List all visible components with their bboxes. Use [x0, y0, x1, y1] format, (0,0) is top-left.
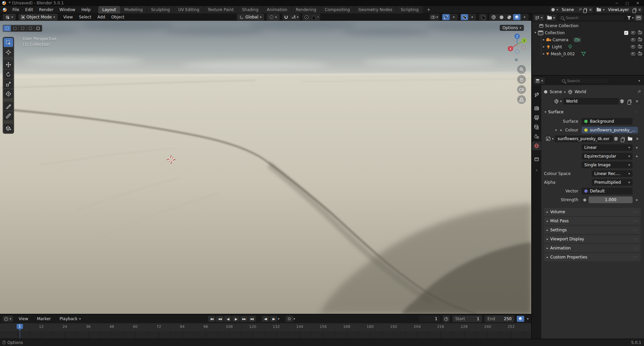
gizmo-orbit-dot[interactable]	[515, 58, 518, 61]
image-name-field[interactable]: sunflowers_puresky_4k.exr	[555, 135, 613, 142]
new-viewlayer-icon[interactable]	[634, 8, 636, 11]
close-button[interactable]: ✕	[636, 1, 639, 5]
colour-space-dropdown[interactable]: Linear Rec....▾	[592, 170, 633, 177]
tool-cursor[interactable]	[4, 48, 13, 57]
shading-settings-dropdown[interactable]: ▾	[521, 14, 528, 20]
pivot-point-dropdown[interactable]: ▾	[267, 14, 280, 20]
tab-world[interactable]	[532, 141, 541, 150]
delete-viewlayer-icon[interactable]: ×	[638, 8, 641, 12]
auto-keying-toggle[interactable]	[286, 316, 293, 322]
step-forward-button[interactable]: ▮▶	[270, 316, 277, 322]
select-mode-invert[interactable]	[27, 25, 34, 31]
panel-viewport-display[interactable]: ▸Viewport Display::::	[544, 235, 641, 243]
disable-in-render-icon[interactable]	[638, 38, 642, 41]
scene-selector[interactable]: ▾ Scene ×	[550, 7, 593, 13]
show-overlays-toggle[interactable]	[461, 14, 468, 20]
minimize-button[interactable]: ─	[616, 1, 618, 5]
viewlayer-selector[interactable]: ▾ ViewLayer ×	[595, 7, 643, 13]
viewport-menu-object[interactable]: Object	[108, 15, 127, 19]
editor-type-button[interactable]: ▾	[3, 14, 16, 20]
hide-in-viewport-icon[interactable]	[631, 52, 635, 55]
preview-range-toggle[interactable]	[443, 315, 450, 322]
browse-image-button[interactable]: ▾	[545, 135, 555, 142]
tab-scripting[interactable]: Scripting	[397, 6, 423, 13]
world-name-field[interactable]: World	[563, 98, 618, 105]
outliner-search-input[interactable]	[566, 16, 623, 20]
panel-custom-properties[interactable]: ▸Custom Properties::::	[544, 253, 641, 261]
menu-edit[interactable]: Edit	[22, 7, 36, 12]
expand-chevron-icon[interactable]: ▾	[535, 31, 536, 34]
disable-in-render-icon[interactable]	[638, 45, 642, 48]
alpha-dropdown[interactable]: Premultiplied▾	[592, 179, 633, 186]
outliner-filter-dropdown[interactable]: ▾	[627, 16, 634, 20]
duplicate-image-button[interactable]	[619, 135, 626, 142]
new-scene-icon[interactable]	[584, 8, 587, 11]
hide-in-viewport-icon[interactable]	[631, 45, 635, 48]
tab-modeling[interactable]: Modeling	[120, 6, 147, 13]
tool-select-box[interactable]	[4, 38, 13, 47]
next-keyframe-button[interactable]: ▶▶	[240, 316, 248, 322]
surface-panel-header[interactable]: ▾ Surface :::	[544, 108, 641, 116]
timeline-track-area[interactable]	[0, 331, 531, 339]
navigation-gizmo[interactable]: Z X Y	[506, 32, 529, 55]
hide-in-viewport-icon[interactable]	[631, 38, 635, 41]
pin-icon[interactable]	[578, 8, 582, 12]
jump-to-end-button[interactable]: ▶▮	[248, 316, 256, 322]
viewport-menu-add[interactable]: Add	[94, 15, 108, 19]
tool-measure[interactable]	[4, 111, 13, 120]
timeline-menu-playback[interactable]: Playback▾	[57, 316, 84, 321]
open-image-button[interactable]	[626, 135, 634, 142]
add-workspace-button[interactable]: +	[423, 6, 435, 13]
strength-slider[interactable]: 1.000	[589, 196, 633, 203]
tab-output[interactable]	[532, 113, 541, 122]
menu-file[interactable]: File	[9, 7, 22, 12]
show-gizmo-toggle[interactable]	[442, 14, 450, 20]
tool-options-button[interactable]: Options▾	[500, 25, 524, 31]
tool-transform[interactable]	[4, 89, 13, 98]
tab-geometry-nodes[interactable]: Geometry Nodes	[354, 6, 397, 13]
viewport-menu-select[interactable]: Select	[76, 15, 94, 19]
scene-browse-chevron[interactable]: ▾	[556, 8, 558, 11]
menu-help[interactable]: Help	[78, 7, 93, 12]
expand-chevron-icon[interactable]: ▸	[543, 52, 545, 55]
snap-settings-dropdown[interactable]: ▾	[290, 14, 300, 20]
tab-scene[interactable]	[532, 132, 541, 141]
tab-shading[interactable]: Shading	[238, 6, 263, 13]
delete-scene-icon[interactable]: ×	[589, 8, 592, 12]
tab-collection[interactable]	[532, 155, 541, 164]
unlink-world-button[interactable]: ×	[633, 98, 641, 105]
properties-editor-type-button[interactable]: ▾	[534, 78, 545, 84]
previous-keyframe-button[interactable]: ◀◀	[216, 316, 224, 322]
camera-data-badge[interactable]	[574, 38, 581, 42]
tab-sculpting[interactable]: Sculpting	[147, 6, 174, 13]
shading-solid-button[interactable]	[498, 14, 505, 20]
frame-start-field[interactable]: Start1	[452, 315, 482, 322]
gizmo-settings-dropdown[interactable]: ▾	[450, 14, 457, 20]
shading-wireframe-button[interactable]	[490, 14, 497, 20]
outliner-row-camera[interactable]: ▸ Camera	[532, 36, 644, 43]
overlay-settings-dropdown[interactable]: ▾	[468, 14, 476, 20]
panel-grip[interactable]: :::	[634, 111, 638, 114]
shading-material-button[interactable]	[505, 14, 513, 20]
vector-link-button[interactable]: Default	[582, 188, 633, 194]
select-mode-extend[interactable]	[11, 25, 18, 31]
outliner-search[interactable]	[558, 15, 626, 21]
keying-options-chevron[interactable]: ▾	[294, 318, 295, 321]
tool-scale[interactable]	[4, 79, 13, 89]
expand-chevron-icon[interactable]: ▸	[543, 45, 545, 48]
new-collection-button[interactable]	[635, 15, 642, 21]
tool-move[interactable]	[4, 60, 13, 69]
animate-dot[interactable]	[636, 199, 638, 201]
step-options-chevron[interactable]: ▾	[278, 318, 280, 321]
play-reverse-button[interactable]: ◀	[224, 316, 232, 322]
camera-view-button[interactable]	[517, 85, 526, 94]
tab-animation[interactable]: Animation	[263, 6, 292, 13]
hide-in-viewport-icon[interactable]	[631, 31, 635, 34]
interpolation-dropdown[interactable]: Linear▾	[582, 144, 633, 151]
outliner-filter-id-dropdown[interactable]: ▾	[546, 15, 557, 21]
timeline-menu-view[interactable]: View	[16, 316, 31, 321]
socket-expand-chevron[interactable]: ▾	[555, 129, 557, 132]
tab-view-layer[interactable]	[532, 123, 541, 131]
panel-animation[interactable]: ▸Animation::::	[544, 244, 641, 252]
playback-sync-button[interactable]	[517, 316, 524, 322]
